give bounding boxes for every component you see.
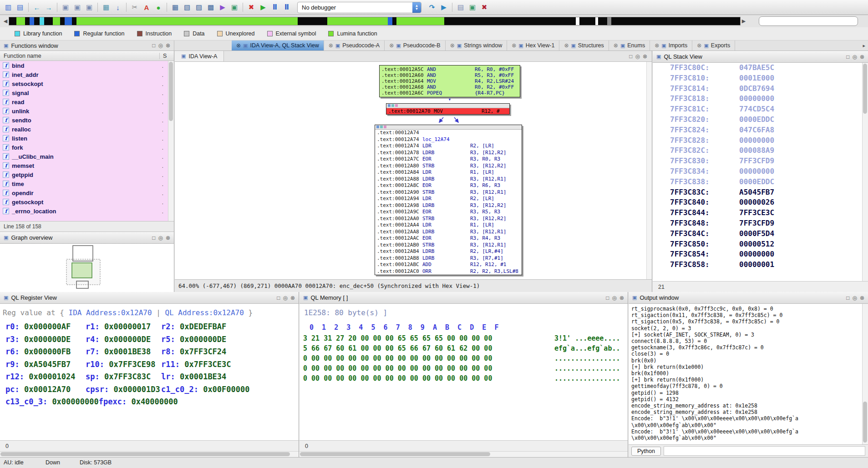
- graph-canvas[interactable]: .text:00012A5CANDR6, R0, #0xFF.text:0001…: [175, 62, 646, 279]
- stack-row[interactable]: 7FF3C83C:A5045FB7: [670, 187, 862, 198]
- tab-pseudocode-a[interactable]: ⊗▣Pseudocode-A: [324, 40, 385, 50]
- instruction-line[interactable]: .text:00012A6CPOPEQ{R4-R7,PC}: [380, 90, 520, 96]
- copy-all-icon[interactable]: ▣: [72, 2, 83, 13]
- tab-close-icon[interactable]: ⊗: [564, 42, 569, 49]
- terminate-process-icon[interactable]: ✖: [479, 2, 490, 13]
- instruction-line[interactable]: .text:00012A70MOVR12, #: [386, 108, 509, 114]
- instruction-line[interactable]: .text:00012A68ANDR0, R2, #0xFF: [380, 84, 520, 90]
- stack-row[interactable]: 7FF3C824:047C6FA8: [670, 125, 862, 136]
- scrollbar-thumb[interactable]: [863, 64, 867, 114]
- function-row[interactable]: finet_addr.: [0, 70, 168, 79]
- ql-register-view-titlebar[interactable]: ▣ QL Register View □ ◎ ⊗: [0, 292, 299, 304]
- function-row[interactable]: flisten.: [0, 134, 168, 143]
- stack-row[interactable]: 7FF3C81C:774CD5C4: [670, 104, 862, 115]
- float-icon[interactable]: ◎: [635, 53, 640, 60]
- combo-arrows-icon[interactable]: ▲▼: [412, 2, 421, 13]
- function-row[interactable]: fgetsockopt.: [0, 197, 168, 206]
- instruction-line[interactable]: .text:00012A74loc_12A74: [375, 136, 522, 143]
- xref-graph-icon[interactable]: ▩: [205, 2, 216, 13]
- function-row[interactable]: funlink.: [0, 106, 168, 116]
- instruction-line[interactable]: .text:00012A90STRBR3, [R12,R1]: [375, 189, 522, 196]
- tab-exports[interactable]: ⊗▣Exports: [692, 40, 735, 50]
- tab-overflow-arrow-icon[interactable]: ▸: [863, 43, 868, 49]
- function-list-scrollbar[interactable]: [168, 61, 174, 221]
- stack-row[interactable]: 7FF3C828:00000000: [670, 136, 862, 146]
- cancel-analysis-icon[interactable]: ✖: [246, 2, 257, 13]
- memory-row[interactable]: 0 00 00 00 00 00 00 00 00 00 00 00 00 00…: [299, 354, 628, 364]
- function-row[interactable]: fsignal.: [0, 88, 168, 97]
- ql-memory-titlebar[interactable]: ▣ QL Memory [ ] □ ◎ ⊗: [299, 292, 628, 304]
- call-graph-icon[interactable]: ▨: [193, 2, 204, 13]
- save-icon[interactable]: ▤: [15, 2, 25, 13]
- function-row[interactable]: fgetppid.: [0, 170, 168, 179]
- restore-icon[interactable]: □: [846, 295, 849, 301]
- python-input[interactable]: [664, 446, 865, 456]
- text-search-icon[interactable]: A: [141, 2, 152, 13]
- segment-column[interactable]: S: [159, 53, 170, 59]
- tab-imports[interactable]: ⊗▣Imports: [650, 40, 692, 50]
- close-icon[interactable]: ⊗: [290, 295, 295, 301]
- instruction-line[interactable]: .text:00012AB8LDRBR3, [R7,#1]: [375, 255, 522, 262]
- tab-close-icon[interactable]: ⊗: [655, 42, 659, 49]
- close-icon[interactable]: ⊗: [860, 295, 864, 301]
- function-row[interactable]: fbind.: [0, 61, 168, 70]
- instruction-line[interactable]: .text:00012AB0STRBR3, [R12,R1]: [375, 242, 522, 249]
- ql-stack-view-titlebar[interactable]: ▣ QL Stack View □ ◎ ⊗: [653, 51, 868, 63]
- tab-close-icon[interactable]: ⊗: [389, 42, 394, 49]
- stack-row[interactable]: 7FF3C814:0DCB7694: [670, 84, 862, 94]
- instruction-line[interactable]: .text:00012AC0ORRR2, R2, R3,LSL#8: [375, 268, 522, 275]
- graph-overview-titlebar[interactable]: ▣ Graph overview □ ◎ ⊗: [0, 232, 174, 244]
- instruction-line[interactable]: .text:00012A78LDRBR3, [R12,R2]: [375, 150, 522, 156]
- function-row[interactable]: f_errno_location.: [0, 206, 168, 216]
- function-row[interactable]: ftime.: [0, 179, 168, 188]
- function-row[interactable]: fsetsockopt.: [0, 79, 168, 88]
- memory-row[interactable]: 0 00 00 00 00 00 00 00 00 00 00 00 00 00…: [299, 374, 628, 384]
- flowchart-icon[interactable]: ▧: [182, 2, 193, 13]
- restore-icon[interactable]: □: [152, 235, 155, 241]
- print-icon[interactable]: ▦: [101, 2, 112, 13]
- scrollbar-thumb[interactable]: [863, 402, 867, 443]
- instruction-line[interactable]: .text:00012A74LDRR2, [LR]: [375, 143, 522, 150]
- run-icon[interactable]: ▶: [258, 2, 269, 13]
- open-file-icon[interactable]: ▥: [3, 2, 14, 13]
- memory-hscrollbar[interactable]: [299, 451, 628, 457]
- instruction-line[interactable]: .text:00012A84LDRR1, [LR]: [375, 169, 522, 176]
- tab-pseudocode-b[interactable]: ⊗▣Pseudocode-B: [385, 40, 445, 50]
- copy-icon[interactable]: ▣: [60, 2, 71, 13]
- jump-address-icon[interactable]: ↓: [112, 2, 123, 13]
- tab-close-icon[interactable]: ⊗: [329, 42, 333, 49]
- step-over-icon[interactable]: ↷: [426, 2, 437, 13]
- tab-ida-view-a[interactable]: ▣ IDA View-A: [175, 51, 224, 61]
- memory-row[interactable]: 5 66 67 60 61 00 00 00 65 66 67 60 61 62…: [299, 344, 628, 354]
- stack-row[interactable]: 7FF3C818:00000000: [670, 94, 862, 104]
- instruction-line[interactable]: .text:00012A74: [375, 130, 522, 136]
- close-icon[interactable]: ⊗: [643, 53, 647, 60]
- instruction-line[interactable]: .text:00012A64MOVR4, R2,LSR#24: [380, 78, 520, 84]
- navband-left-arrow-icon[interactable]: ◀: [2, 18, 9, 24]
- restore-icon[interactable]: □: [629, 53, 632, 60]
- functions-window-titlebar[interactable]: ▣ Functions window □ ◎ ⊗: [0, 40, 174, 50]
- stack-row[interactable]: 7FF3C830:7FF3CFD9: [670, 156, 862, 166]
- instruction-line[interactable]: .text:00012A7CEORR3, R0, R3: [375, 156, 522, 163]
- float-icon[interactable]: ◎: [283, 295, 287, 301]
- snapshot-icon[interactable]: ▣: [229, 2, 240, 13]
- output-window-titlebar[interactable]: ▣ Output window □ ◎ ⊗: [629, 292, 868, 304]
- float-icon[interactable]: ◎: [852, 295, 857, 301]
- navigation-band[interactable]: [9, 17, 741, 25]
- close-icon[interactable]: ⊗: [166, 235, 170, 241]
- navband-secondary[interactable]: [759, 16, 858, 26]
- graph-vertical-scrollbar[interactable]: [646, 62, 652, 279]
- process-options-icon[interactable]: ▤: [455, 2, 466, 13]
- stack-row[interactable]: 7FF3C834:00000000: [670, 166, 862, 177]
- debugger-select[interactable]: No debugger ▲▼: [297, 2, 421, 13]
- jump-back-icon[interactable]: ←: [31, 2, 42, 13]
- tab-enums[interactable]: ⊗▣Enums: [609, 40, 650, 50]
- rocket-icon[interactable]: ▶: [217, 2, 228, 13]
- register-hscrollbar[interactable]: [0, 451, 299, 457]
- instruction-line[interactable]: .text:00012A8CEORR3, R6, R3: [375, 182, 522, 189]
- instruction-line[interactable]: .text:00012AB4LDRBR2, [LR,#4]: [375, 248, 522, 255]
- output-scrollbar[interactable]: [862, 304, 868, 444]
- close-icon[interactable]: ⊗: [860, 54, 864, 60]
- basic-block-green[interactable]: .text:00012A5CANDR6, R0, #0xFF.text:0001…: [379, 65, 520, 97]
- tab-close-icon[interactable]: ⊗: [614, 42, 618, 49]
